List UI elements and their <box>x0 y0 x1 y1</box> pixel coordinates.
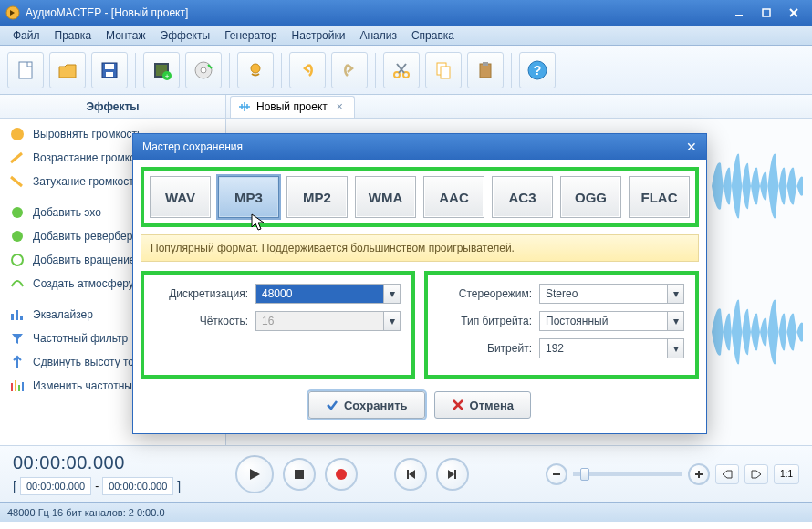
open-button[interactable] <box>49 52 86 88</box>
chevron-down-icon: ▾ <box>383 312 400 330</box>
check-icon <box>326 399 338 411</box>
zoom-fit-11[interactable]: 1:1 <box>774 464 799 484</box>
save-button[interactable] <box>91 52 128 88</box>
copy-button[interactable] <box>425 52 462 88</box>
sidebar-item-label: Эквалайзер <box>33 308 93 321</box>
filter-icon <box>9 330 26 347</box>
svg-rect-32 <box>20 316 23 320</box>
menu-generator[interactable]: Генератор <box>217 27 284 44</box>
sidebar-item-label: Затухание громкости <box>33 175 140 188</box>
stereo-label: Стереорежим: <box>439 287 539 300</box>
menu-file[interactable]: Файл <box>5 27 47 44</box>
dialog-save-button[interactable]: Сохранить <box>308 391 425 419</box>
zoom-out-button[interactable] <box>546 463 567 485</box>
help-button[interactable]: ? <box>519 52 556 88</box>
menu-edit[interactable]: Правка <box>47 27 99 44</box>
sidebar-item-label: Сдвинуть высоту тона <box>33 356 146 368</box>
zoom-slider[interactable] <box>573 472 682 476</box>
svg-point-39 <box>336 469 347 480</box>
format-mp3[interactable]: MP3 <box>218 176 279 218</box>
cut-button[interactable] <box>383 52 420 88</box>
menu-analysis[interactable]: Анализ <box>352 27 404 44</box>
effects-panel-header: Эффекты <box>0 95 226 118</box>
format-mp2[interactable]: MP2 <box>286 176 348 218</box>
play-button[interactable] <box>235 455 274 493</box>
rotate-icon <box>9 252 26 268</box>
menu-montage[interactable]: Монтаж <box>99 27 153 44</box>
zoom-fit-right[interactable] <box>744 464 768 484</box>
waveform-icon <box>712 122 812 396</box>
dialog-close-button[interactable]: ✕ <box>686 140 697 154</box>
sample-rate-label: Дискретизация: <box>155 287 255 300</box>
menu-help[interactable]: Справка <box>404 27 462 44</box>
params-left: Дискретизация: 48000▾ Чёткость: 16▾ <box>141 271 415 379</box>
paste-button[interactable] <box>467 52 504 88</box>
menubar: Файл Правка Монтаж Эффекты Генератор Нас… <box>0 26 812 46</box>
time-from[interactable]: 00:00:00.000 <box>20 477 91 495</box>
svg-point-27 <box>12 207 23 218</box>
zoom-thumb[interactable] <box>580 468 589 481</box>
cross-icon <box>452 399 464 411</box>
menu-effects[interactable]: Эффекты <box>153 27 218 44</box>
window-titlebar: АудиоМАСТЕР - [Новый проект] <box>0 0 812 26</box>
format-wma[interactable]: WMA <box>355 176 416 218</box>
format-flac[interactable]: FLAC <box>629 176 690 218</box>
next-button[interactable] <box>436 458 469 491</box>
dialog-footer: Сохранить Отмена <box>141 391 699 426</box>
bitrate-type-value: Постоянный <box>546 315 608 327</box>
stereo-combo[interactable]: Stereo▾ <box>539 284 684 304</box>
svg-rect-2 <box>763 9 770 16</box>
time-to[interactable]: 00:00:00.000 <box>102 477 173 495</box>
stop-button[interactable] <box>283 458 316 491</box>
new-button[interactable] <box>7 52 44 88</box>
volume-icon <box>9 126 26 142</box>
undo-button[interactable] <box>289 52 326 88</box>
format-aac[interactable]: AAC <box>423 176 484 218</box>
format-ogg[interactable]: OGG <box>560 176 621 218</box>
prev-button[interactable] <box>394 458 427 491</box>
svg-rect-30 <box>11 314 14 320</box>
zoom-in-button[interactable] <box>688 463 710 485</box>
menu-settings[interactable]: Настройки <box>285 27 353 44</box>
dialog-cancel-label: Отмена <box>470 399 514 412</box>
stereo-value: Stereo <box>546 287 578 300</box>
svg-rect-23 <box>483 62 488 66</box>
dialog-cancel-button[interactable]: Отмена <box>434 391 531 419</box>
time-sep: - <box>95 480 99 493</box>
sidebar-item-label: Создать атмосферу <box>33 277 134 290</box>
svg-rect-36 <box>22 382 24 391</box>
dialog-save-label: Сохранить <box>344 399 408 412</box>
bitrate-type-label: Тип битрейта: <box>439 315 539 327</box>
svg-rect-31 <box>16 310 18 320</box>
zoom-controls: 1:1 <box>546 463 799 485</box>
timecode-main: 00:00:00.000 <box>13 452 181 473</box>
project-tab[interactable]: Новый проект × <box>230 96 355 118</box>
dialog-titlebar: Мастер сохранения ✕ <box>133 134 706 160</box>
svg-point-28 <box>12 231 23 242</box>
zoom-fit-left[interactable] <box>715 464 739 484</box>
fadein-icon <box>9 150 26 166</box>
record-button-tb[interactable] <box>237 52 274 88</box>
tab-close-icon[interactable]: × <box>333 100 347 113</box>
video-button[interactable]: + <box>143 52 180 88</box>
format-ac3[interactable]: AC3 <box>492 176 553 218</box>
close-button[interactable] <box>781 5 807 21</box>
redo-button[interactable] <box>331 52 368 88</box>
bitrate-type-combo[interactable]: Постоянный▾ <box>539 311 684 331</box>
format-wav[interactable]: WAV <box>150 176 211 218</box>
status-text: 48000 Гц 16 бит каналов: 2 0:00.0 <box>7 507 165 518</box>
svg-rect-34 <box>15 380 16 391</box>
bitrate-combo[interactable]: 192▾ <box>539 338 684 358</box>
svg-rect-38 <box>295 470 304 479</box>
sample-rate-combo[interactable]: 48000▾ <box>255 284 401 304</box>
maximize-button[interactable] <box>754 5 779 21</box>
minimize-button[interactable] <box>726 5 752 21</box>
svg-point-14 <box>201 67 206 73</box>
svg-rect-22 <box>480 64 491 78</box>
svg-point-15 <box>251 64 260 73</box>
cd-button[interactable] <box>185 52 222 88</box>
wave-icon <box>238 100 251 113</box>
bits-label: Чёткость: <box>155 315 255 327</box>
transport-bar: 00:00:00.000 [ 00:00:00.000 - 00:00:00.0… <box>0 445 812 502</box>
record-button[interactable] <box>325 458 358 491</box>
